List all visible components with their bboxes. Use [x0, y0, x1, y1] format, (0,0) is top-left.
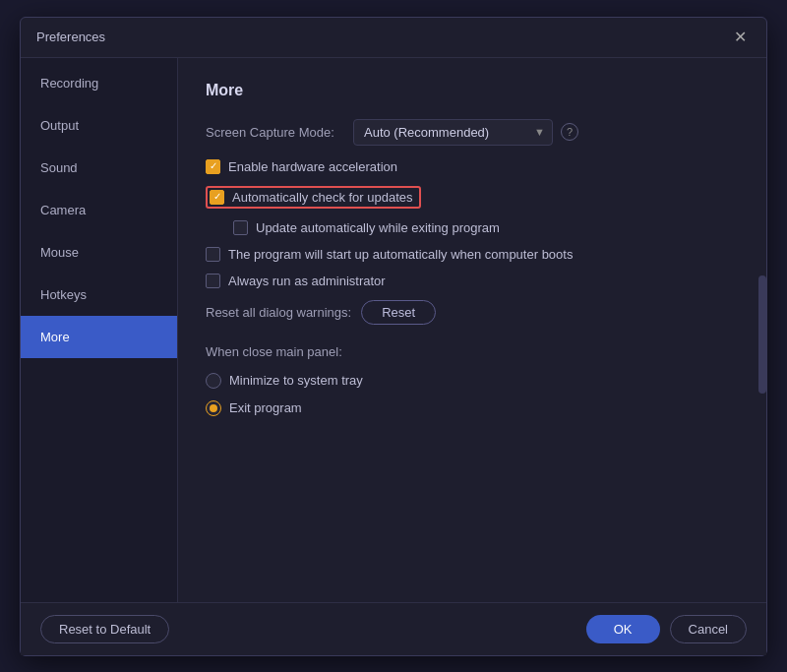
reset-dialog-button[interactable]: Reset: [361, 300, 436, 325]
exit-text: Exit program: [229, 400, 302, 415]
sidebar-item-hotkeys[interactable]: Hotkeys: [21, 274, 177, 316]
highlighted-border: ✓ Automatically check for updates: [206, 186, 421, 209]
scrollbar-thumb[interactable]: [758, 275, 766, 394]
auto-start-text: The program will start up automatically …: [228, 247, 573, 262]
update-exit-text: Update automatically while exiting progr…: [256, 220, 500, 235]
screen-capture-row: Screen Capture Mode: Auto (Recommended) …: [206, 119, 739, 146]
checkbox-auto-updates-row: ✓ Automatically check for updates: [206, 186, 739, 209]
ok-button[interactable]: OK: [586, 615, 660, 643]
checkbox-update-exit: Update automatically while exiting progr…: [233, 220, 739, 235]
minimize-text: Minimize to system tray: [229, 373, 363, 388]
sidebar-item-output[interactable]: Output: [21, 104, 177, 147]
sidebar-item-camera[interactable]: Camera: [21, 189, 177, 231]
radio-exit: Exit program: [206, 400, 739, 416]
checkbox-hardware-accel: ✓ Enable hardware acceleration: [206, 159, 739, 174]
checkbox-update-exit-box[interactable]: [233, 220, 248, 235]
dialog-body: Recording Output Sound Camera Mouse Hotk…: [21, 58, 766, 602]
checkbox-auto-updates-label[interactable]: ✓ Automatically check for updates: [206, 186, 421, 209]
screen-capture-label: Screen Capture Mode:: [206, 125, 343, 140]
checkbox-hardware-accel-box[interactable]: ✓: [206, 159, 220, 174]
scrollbar-track: [758, 58, 766, 602]
checkbox-run-admin-box[interactable]: [206, 274, 220, 288]
screen-capture-select-wrapper: Auto (Recommended) Windows Graphics Capt…: [353, 119, 553, 146]
radio-minimize-box[interactable]: [206, 373, 221, 389]
radio-dot: [210, 404, 217, 412]
reset-default-button[interactable]: Reset to Default: [40, 615, 169, 643]
footer-right: OK Cancel: [586, 615, 747, 643]
dialog-title: Preferences: [36, 30, 105, 44]
reset-dialog-row: Reset all dialog warnings: Reset: [206, 300, 739, 325]
sidebar-item-recording[interactable]: Recording: [21, 62, 177, 104]
section-title: More: [206, 82, 739, 99]
radio-minimize-label[interactable]: Minimize to system tray: [206, 373, 363, 389]
close-button[interactable]: ✕: [730, 28, 751, 47]
sidebar-item-more[interactable]: More: [21, 316, 177, 358]
checkbox-auto-updates-box[interactable]: ✓: [210, 190, 224, 205]
radio-exit-box[interactable]: [206, 400, 221, 416]
help-icon[interactable]: ?: [561, 123, 578, 141]
checkbox-hardware-accel-label[interactable]: ✓ Enable hardware acceleration: [206, 159, 397, 174]
content-area: More Screen Capture Mode: Auto (Recommen…: [178, 58, 766, 602]
hardware-accel-text: Enable hardware acceleration: [228, 159, 397, 174]
checkmark-icon: ✓: [213, 192, 221, 202]
cancel-button[interactable]: Cancel: [670, 615, 747, 643]
radio-exit-label[interactable]: Exit program: [206, 400, 302, 416]
auto-updates-text: Automatically check for updates: [232, 190, 413, 205]
screen-capture-select[interactable]: Auto (Recommended) Windows Graphics Capt…: [353, 119, 553, 146]
sidebar-item-mouse[interactable]: Mouse: [21, 231, 177, 274]
sidebar-item-sound[interactable]: Sound: [21, 147, 177, 189]
preferences-dialog: Preferences ✕ Recording Output Sound Cam…: [20, 17, 767, 656]
panel-close-label: When close main panel:: [206, 344, 739, 359]
title-bar: Preferences ✕: [21, 18, 766, 58]
checkbox-auto-start: The program will start up automatically …: [206, 247, 739, 262]
sidebar: Recording Output Sound Camera Mouse Hotk…: [21, 58, 178, 602]
checkbox-run-admin: Always run as administrator: [206, 274, 739, 288]
footer-left: Reset to Default: [40, 615, 169, 643]
dialog-footer: Reset to Default OK Cancel: [21, 602, 766, 655]
checkbox-update-exit-label[interactable]: Update automatically while exiting progr…: [233, 220, 500, 235]
checkmark-icon: ✓: [210, 161, 217, 171]
radio-minimize: Minimize to system tray: [206, 373, 739, 389]
run-admin-text: Always run as administrator: [228, 274, 386, 288]
checkbox-auto-start-label[interactable]: The program will start up automatically …: [206, 247, 573, 262]
reset-dialog-label: Reset all dialog warnings:: [206, 305, 351, 320]
checkbox-run-admin-label[interactable]: Always run as administrator: [206, 274, 386, 288]
checkbox-auto-start-box[interactable]: [206, 247, 220, 262]
